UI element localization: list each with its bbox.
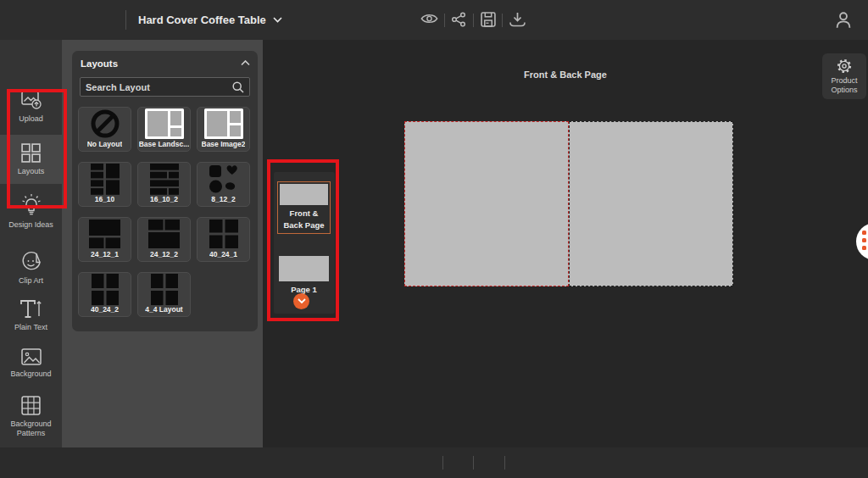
layout-tile-24-12-1[interactable]: 24_12_1	[78, 217, 131, 262]
eye-preview-icon[interactable]	[420, 12, 438, 25]
product-title: Hard Cover Coffee Table	[138, 14, 266, 26]
layout-tile-4-4[interactable]: 4_4 Layout	[137, 272, 191, 317]
grid-2x2-glyph	[198, 218, 249, 250]
grid-16-10-glyph	[79, 163, 131, 195]
collapse-panel-button[interactable]	[241, 60, 250, 66]
sidebar-item-background-patterns[interactable]: Background Patterns	[0, 395, 62, 439]
expand-pages-button[interactable]	[293, 293, 309, 309]
edge-menu-button[interactable]	[856, 223, 868, 260]
sidebar-item-background[interactable]: Background	[0, 347, 62, 379]
thumbnail-page-1[interactable]: Page 1	[277, 254, 331, 297]
two-top-big-bottom-glyph	[138, 218, 190, 250]
sidebar-item-plain-text[interactable]: Plain Text	[0, 299, 62, 332]
save-icon[interactable]	[481, 12, 496, 27]
search-icon	[232, 81, 244, 93]
layouts-panel: Layouts No Layout	[62, 40, 263, 447]
sidebar-item-label: Layouts	[18, 167, 45, 176]
canvas-page-front-cover[interactable]	[569, 121, 733, 286]
no-layout-icon	[79, 108, 131, 140]
gear-icon	[837, 58, 852, 74]
photo-book-editor: Hard Cover Coffee Table Upload La	[0, 0, 868, 478]
sidebar-item-design-ideas[interactable]: Design Ideas	[0, 193, 62, 230]
thumbnail-preview	[279, 256, 329, 281]
layout-tile-8-12-2[interactable]: 8_12_2	[197, 162, 250, 207]
divider	[444, 14, 445, 27]
divider	[125, 10, 126, 30]
sticker-icon	[20, 251, 42, 273]
layout-tile-16-10-2[interactable]: 16_10_2	[137, 162, 191, 207]
top-bar: Hard Cover Coffee Table	[0, 0, 868, 40]
kebab-menu-icon	[862, 231, 866, 250]
layout-tile-16-10[interactable]: 16_10	[78, 162, 131, 207]
thumbnail-preview	[280, 184, 328, 205]
product-options-button[interactable]: Product Options	[822, 53, 866, 99]
sidebar-item-label: Clip Art	[19, 276, 43, 286]
upload-image-icon	[20, 89, 42, 111]
layouts-panel-card: Layouts No Layout	[72, 51, 258, 331]
sidebar-item-layouts[interactable]: Layouts	[0, 135, 62, 184]
layout-tile-no-layout[interactable]: No Layout	[78, 107, 131, 152]
thumbnail-front-back-page[interactable]: Front & Back Page	[277, 181, 331, 234]
sidebar-item-label: Background	[10, 370, 51, 379]
search-input[interactable]	[81, 82, 232, 92]
sidebar-item-label: Design Ideas	[8, 220, 53, 230]
chevron-down-icon	[273, 17, 282, 23]
sidebar-item-label: Background Patterns	[0, 420, 62, 439]
divider	[473, 456, 474, 470]
product-options-label: Product Options	[822, 76, 866, 94]
sidebar-item-label: Upload	[19, 114, 43, 124]
layout-tile-base-landscape[interactable]: Base Landsc...	[137, 107, 191, 152]
person-account-icon[interactable]	[835, 11, 852, 29]
tool-sidebar: Upload Layouts Design Ideas Clip Art Pla…	[0, 40, 62, 447]
chevron-down-icon	[298, 298, 306, 304]
shapes-heart-circle-glyph	[198, 163, 249, 195]
divider	[442, 456, 443, 470]
panel-title: Layouts	[81, 58, 118, 69]
divider	[504, 456, 505, 470]
background-image-icon	[20, 347, 42, 366]
layout-search-box	[80, 77, 250, 97]
divider	[502, 14, 503, 27]
page-thumbnail-strip: Front & Back Page Page 1	[274, 172, 335, 314]
thumbnail-label: Front & Back Page	[280, 208, 328, 231]
canvas-page-title: Front & Back Page	[263, 69, 868, 80]
canvas-page-back-cover[interactable]	[404, 121, 569, 286]
grid-16-10-2-glyph	[138, 163, 190, 195]
share-icon[interactable]	[451, 12, 466, 27]
layout-tile-grid: No Layout Base Landsc... Base Image2	[78, 107, 253, 317]
product-title-dropdown[interactable]: Hard Cover Coffee Table	[138, 0, 282, 40]
layout-tile-40-24-2[interactable]: 40_24_2	[78, 272, 131, 317]
base-image2-glyph	[198, 108, 249, 140]
sidebar-item-label: Plain Text	[14, 323, 47, 332]
layout-tile-24-12-2[interactable]: 24_12_2	[137, 217, 191, 262]
grid-2x2-tall-glyph	[79, 273, 131, 305]
sidebar-item-upload[interactable]: Upload	[0, 89, 62, 124]
layouts-grid-icon	[20, 142, 42, 164]
base-landscape-glyph	[138, 108, 190, 140]
divider	[473, 14, 474, 27]
lightbulb-icon	[19, 193, 43, 217]
grid-2x2-tall-glyph	[138, 273, 190, 305]
download-icon[interactable]	[509, 12, 526, 28]
big-top-two-bottom-glyph	[79, 218, 131, 250]
layout-tile-base-image2[interactable]: Base Image2	[197, 107, 250, 152]
chevron-up-icon	[241, 60, 250, 66]
pattern-grid-icon	[20, 395, 42, 416]
bottom-bar: $82.50 Add to Cart	[0, 447, 868, 478]
layout-tile-40-24-1[interactable]: 40_24_1	[197, 217, 250, 262]
text-icon	[19, 299, 42, 320]
sidebar-item-clip-art[interactable]: Clip Art	[0, 251, 62, 286]
